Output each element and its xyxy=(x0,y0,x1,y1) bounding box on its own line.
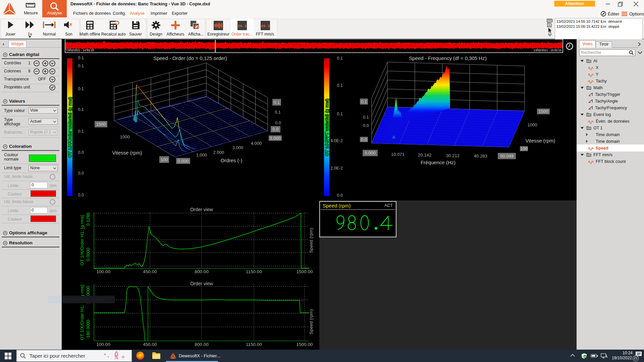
svg-text:0.1: 0.1 xyxy=(78,129,84,134)
svg-text:26.3: 26.3 xyxy=(238,24,247,28)
svg-text:0.1: 0.1 xyxy=(274,100,280,105)
svg-text:x: x xyxy=(111,25,112,27)
svg-text:26.3: 26.3 xyxy=(261,24,270,28)
svg-text:2.0E-2: 2.0E-2 xyxy=(330,166,343,171)
svg-text:100: 100 xyxy=(520,146,528,151)
svg-text:0.000: 0.000 xyxy=(178,159,189,164)
svg-text:0.1: 0.1 xyxy=(337,112,343,116)
svg-text:1150.00: 1150.00 xyxy=(246,269,262,274)
svg-text:450.00: 450.00 xyxy=(143,269,157,274)
svg-text:Order view: Order view xyxy=(190,207,213,212)
svg-text:0.1: 0.1 xyxy=(78,56,84,60)
svg-text:1000: 1000 xyxy=(528,122,537,127)
svg-text:-: - xyxy=(114,25,115,27)
svg-text:OT 1/X/Order H1; [g rms]: OT 1/X/Order H1; [g rms] xyxy=(79,215,85,266)
svg-text:1500: 1500 xyxy=(96,122,106,127)
svg-text:Speed - Frequency (df = 0,305: Speed - Frequency (df = 0,305 Hz) xyxy=(409,55,486,61)
svg-text:50.049: 50.049 xyxy=(500,154,514,159)
svg-text:0.1: 0.1 xyxy=(337,56,343,61)
svg-text:20.142: 20.142 xyxy=(418,153,431,158)
svg-text:0.1286: 0.1286 xyxy=(86,213,91,226)
svg-text:1.000: 1.000 xyxy=(196,153,207,158)
svg-text:3.000: 3.000 xyxy=(232,145,244,150)
svg-text:0.1: 0.1 xyxy=(78,86,84,91)
svg-text:-: - xyxy=(91,25,92,27)
svg-text:731: 731 xyxy=(88,22,92,24)
svg-text:Order view: Order view xyxy=(190,281,213,286)
svg-text:0.0: 0.0 xyxy=(78,150,84,155)
svg-text:0.0: 0.0 xyxy=(272,127,278,132)
svg-text:100.00: 100.00 xyxy=(96,269,110,274)
svg-text:2.000: 2.000 xyxy=(213,150,224,155)
svg-text:40.283: 40.283 xyxy=(474,154,487,159)
svg-text:1500.00: 1500.00 xyxy=(297,269,313,274)
svg-text:0.0: 0.0 xyxy=(337,193,343,198)
svg-text:0.1: 0.1 xyxy=(78,64,84,68)
svg-text:13/02/2021 - 15:00:15: 13/02/2021 - 15:00:15 xyxy=(534,49,561,52)
svg-text:0.1: 0.1 xyxy=(337,83,343,88)
svg-text:Speed (rpm): Speed (rpm) xyxy=(309,309,314,334)
svg-text:x: x xyxy=(69,21,72,27)
svg-text:731: 731 xyxy=(112,22,115,24)
svg-text:0.0: 0.0 xyxy=(361,137,367,142)
svg-text:450.00: 450.00 xyxy=(143,342,157,347)
svg-text:Capture Plein écran: Capture Plein écran xyxy=(62,296,104,302)
svg-text:0.1: 0.1 xyxy=(78,107,84,112)
svg-text:Speed (rpm): Speed (rpm) xyxy=(309,228,314,253)
svg-text:1500: 1500 xyxy=(539,109,548,114)
svg-text:800.00: 800.00 xyxy=(195,342,208,347)
svg-text:100.00: 100.00 xyxy=(96,342,110,347)
svg-text:+: + xyxy=(88,27,89,29)
svg-text:Fréquence (Hz): Fréquence (Hz) xyxy=(421,160,455,165)
svg-text:Speed - Order (do = 0,125 orde: Speed - Order (do = 0,125 order) xyxy=(153,55,227,61)
svg-text:1000: 1000 xyxy=(120,134,130,139)
svg-text:0.000: 0.000 xyxy=(365,150,376,156)
svg-text:1500.00: 1500.00 xyxy=(297,342,313,347)
svg-text:0.1: 0.1 xyxy=(361,99,367,104)
svg-text:4.000: 4.000 xyxy=(251,141,262,146)
svg-text:5.000: 5.000 xyxy=(270,136,281,141)
svg-text:0.0000: 0.0000 xyxy=(86,248,91,261)
svg-text:0.1: 0.1 xyxy=(363,115,369,120)
svg-text:OT 1/X/Order H1; [deg rms]: OT 1/X/Order H1; [deg rms] xyxy=(79,285,85,340)
svg-text:1150.00: 1150.00 xyxy=(246,342,262,347)
svg-text:10.071: 10.071 xyxy=(391,152,405,157)
svg-text:4.0E-2: 4.0E-2 xyxy=(330,138,343,143)
svg-text:0.0: 0.0 xyxy=(78,171,84,176)
svg-text:+: + xyxy=(111,27,113,29)
svg-text:0.0: 0.0 xyxy=(275,121,281,125)
svg-text:100: 100 xyxy=(161,157,168,162)
svg-text:30.212: 30.212 xyxy=(446,153,460,158)
svg-text:x: x xyxy=(88,25,89,27)
svg-text:13/02/2021 - 14:55:10: 13/02/2021 - 14:55:10 xyxy=(66,49,94,52)
svg-text:-180.0000: -180.0000 xyxy=(86,320,91,340)
svg-text:0.0: 0.0 xyxy=(78,193,84,197)
svg-text:Vitesse (rpm): Vitesse (rpm) xyxy=(526,138,555,143)
svg-text:0.1: 0.1 xyxy=(275,110,280,115)
svg-text:800.00: 800.00 xyxy=(195,269,208,274)
svg-text:0.0: 0.0 xyxy=(363,123,369,128)
svg-text:Vitesse (rpm): Vitesse (rpm) xyxy=(112,150,142,156)
svg-text:OT 1/X/Order waterfall (g rms): OT 1/X/Order waterfall (g rms) xyxy=(67,97,72,158)
svg-text:OT 1/X/FFT waterfall (g rms): OT 1/X/FFT waterfall (g rms) xyxy=(324,99,329,156)
svg-text:Ordres (-): Ordres (-) xyxy=(221,158,243,163)
